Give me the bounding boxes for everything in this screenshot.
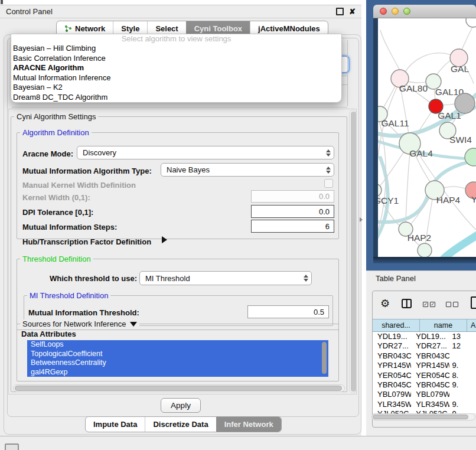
split-divider-arrow-icon[interactable]: [360, 217, 363, 222]
mi-type-combo[interactable]: Naive Bayes: [161, 163, 334, 177]
table-cell: YBR043C: [411, 351, 449, 361]
table-cell: 13: [449, 332, 476, 341]
table-cell: YJL052C: [373, 409, 411, 413]
aracne-mode-combo[interactable]: Discovery: [77, 146, 334, 159]
node-label-hap4: HAP4: [436, 195, 461, 205]
table-cell: YDR27...: [411, 341, 449, 351]
close-traffic-light-icon[interactable]: [380, 8, 387, 15]
collapse-arrow-icon[interactable]: [130, 322, 137, 327]
float-icon[interactable]: [336, 8, 344, 15]
hub-section-label[interactable]: Hub/Transcription Factor Definition: [22, 237, 151, 246]
dropdown-item[interactable]: ARACNE Algorithm: [11, 63, 341, 73]
tab-label: jActiveMNodules: [258, 24, 320, 33]
table-header[interactable]: shared...nameA: [373, 319, 476, 332]
node-label-gal4: GAL4: [409, 148, 433, 158]
network-view-canvas[interactable]: GALGAL80GAL10GAL1GAL11SWI4GAL4GCY1HAP4YH…: [373, 18, 476, 257]
dropdown-item[interactable]: Mutual Information Inference: [11, 73, 341, 83]
tab-label: Select: [155, 24, 178, 33]
table-row[interactable]: YBL079WYBL079W: [373, 390, 476, 399]
table-row[interactable]: YPR145WYPR145W9.: [373, 361, 476, 370]
table-cell: YLR345W: [411, 400, 449, 409]
table-horizontal-scrollbar[interactable]: [371, 413, 475, 420]
column-header[interactable]: name: [420, 319, 467, 332]
attribute-list-item[interactable]: gal4RGexp: [27, 368, 328, 377]
table-row[interactable]: YDR27...YDR27...12: [373, 341, 476, 351]
table-row[interactable]: YJL052CYJL052C9: [373, 409, 476, 413]
table-cell: YDL19...: [373, 332, 411, 341]
cyni-settings-legend: Cyni Algorithm Settings: [14, 112, 98, 121]
table-row[interactable]: YLR345WYLR345W9.: [373, 400, 476, 409]
scrollbar-thumb[interactable]: [351, 112, 356, 392]
network-window-titlebar[interactable]: [373, 5, 476, 18]
which-threshold-combo[interactable]: MI Threshold: [139, 271, 312, 285]
table-cell: YDL19...: [411, 332, 449, 341]
close-icon[interactable]: ✘: [349, 9, 356, 15]
tab-impute-data[interactable]: Impute Data: [86, 417, 145, 432]
manual-kernel-checkbox[interactable]: [324, 179, 333, 188]
table-row[interactable]: YBR043CYBR043C: [373, 351, 476, 361]
table-row[interactable]: YDL19...YDL19...13: [373, 332, 476, 341]
tab-infer-network[interactable]: Infer Network: [216, 417, 281, 432]
network-graph[interactable]: GALGAL80GAL10GAL1GAL11SWI4GAL4GCY1HAP4YH…: [373, 18, 476, 257]
settings-vertical-scrollbar[interactable]: [349, 110, 357, 393]
algorithm-dropdown-popup: Select algorithm to view settings Bayesi…: [11, 34, 342, 103]
stepper-icon: [303, 275, 308, 282]
screen-corner-artifact: [1, 0, 3, 4]
screen: Control Panel ✘ NetworkStyleSelectCyni T…: [0, 0, 476, 450]
mit-label: Mutual Information Threshold:: [28, 308, 139, 317]
dpi-tolerance-value: 0.0: [319, 207, 330, 216]
minimize-traffic-light-icon[interactable]: [392, 8, 399, 15]
attribute-list-item[interactable]: BetweennessCentrality: [27, 358, 328, 368]
table-cell: YPR145W: [411, 361, 449, 370]
network-edge: [462, 26, 473, 50]
node-top-edge[interactable]: [466, 18, 476, 27]
zoom-traffic-light-icon[interactable]: [403, 8, 410, 15]
sources-legend[interactable]: Sources for Network Inference: [20, 319, 139, 328]
dropdown-item[interactable]: Basic Correlation Inference: [11, 54, 341, 64]
network-edge: [406, 53, 451, 71]
table-cell: YJL052C: [411, 409, 449, 413]
data-attributes-list[interactable]: SelfLoopsTopologicalCoefficientBetweenne…: [27, 340, 328, 377]
status-strip: [0, 436, 476, 450]
settings-horizontal-scrollbar[interactable]: [13, 384, 345, 392]
stepper-icon: [325, 149, 331, 156]
network-edge: [414, 112, 432, 138]
kernel-width-field[interactable]: 0.0: [251, 190, 334, 203]
dropdown-item[interactable]: Bayesian – K2: [11, 83, 341, 93]
dropdown-item[interactable]: Dream8 DC_TDC Algorithm: [11, 93, 341, 103]
table-cell: YDR27...: [373, 341, 411, 351]
list-scrollbar-thumb[interactable]: [322, 342, 327, 374]
table-cell: YLR345W: [373, 400, 411, 409]
table-cell: [449, 390, 476, 399]
dropdown-item[interactable]: Bayesian – Hill Climbing: [11, 44, 341, 54]
columns-icon[interactable]: [402, 299, 412, 308]
apply-button[interactable]: Apply: [161, 398, 201, 413]
expand-arrow-icon[interactable]: [162, 236, 167, 243]
mi-steps-label: Mutual Information Steps:: [22, 223, 117, 231]
checked-pair-icon[interactable]: ✓✓: [423, 302, 435, 307]
node-bottom-green[interactable]: [418, 243, 432, 257]
gear-icon[interactable]: ⚙: [380, 298, 390, 309]
table-body[interactable]: YDL19...YDL19...13YDR27...YDR27...12YBR0…: [373, 332, 476, 413]
unchecked-pair-icon[interactable]: [446, 302, 458, 307]
dpi-tolerance-field[interactable]: 0.0: [251, 205, 334, 218]
column-header[interactable]: A: [467, 319, 476, 332]
document-icon[interactable]: [471, 296, 476, 309]
attribute-list-item[interactable]: TopologicalCoefficient: [27, 350, 328, 359]
sources-legend-text: Sources for Network Inference: [22, 319, 126, 328]
column-header[interactable]: shared...: [373, 319, 420, 332]
node-label-gal80: GAL80: [399, 83, 428, 93]
kernel-width-value: 0.0: [319, 192, 330, 201]
tab-discretize-data[interactable]: Discretize Data: [145, 417, 216, 432]
panel-corner-icon[interactable]: [5, 444, 19, 450]
kernel-width-label: Kernel Width (0,1):: [22, 193, 90, 202]
table-row[interactable]: YER054CYER054C8.: [373, 371, 476, 380]
table-row[interactable]: YBR045CYBR045C9.: [373, 380, 476, 390]
attribute-list-item[interactable]: SelfLoops: [27, 340, 328, 350]
scrollbar-thumb[interactable]: [15, 386, 342, 391]
tab-label: Style: [121, 24, 139, 33]
mit-field[interactable]: 0.5: [247, 305, 329, 318]
network-edge: [444, 234, 476, 257]
scrollbar-thumb[interactable]: [373, 415, 468, 419]
mi-steps-field[interactable]: 6: [251, 220, 334, 233]
